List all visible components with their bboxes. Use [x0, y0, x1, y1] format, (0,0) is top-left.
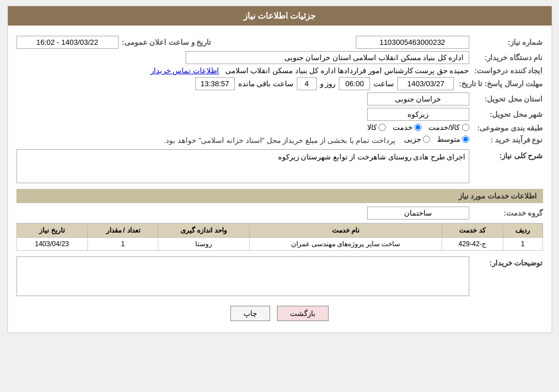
sharhKolli-box: اجرای طرح هادی روستای شاهرخت از توابع شه… — [16, 149, 469, 183]
sharhKolli-value: اجرای طرح هادی روستای شاهرخت از توابع شه… — [278, 153, 466, 161]
groupKhadamat-label: گروه خدمت: — [469, 209, 543, 217]
sharhKolli-label: شرح کلی نیاز: — [469, 149, 543, 160]
radio-motavaset: متوسط — [437, 135, 469, 144]
radio-kala-label: کالا — [367, 123, 377, 132]
row-ijadKonande: ایجاد کننده درخواست: حمیده حق پرست کارشن… — [16, 66, 543, 75]
cell-vahed: روستا — [158, 238, 249, 251]
row-groupKhadamat: گروه خدمت: ساختمان — [16, 206, 543, 220]
ostan-value: خراسان جنوبی — [16, 92, 469, 106]
ijadKonande-value: حمیده حق پرست کارشناس امور قراردادها ادا… — [16, 66, 469, 75]
services-header-row: ردیف کد خدمت نام خدمت واحد اندازه گیری ت… — [16, 224, 543, 238]
tabaghebandi-value: کالا/خدمت خدمت کالا — [16, 123, 469, 133]
ijadKonande-text: حمیده حق پرست کارشناس امور قراردادها ادا… — [225, 66, 469, 75]
row-shahr: شهر محل تحویل: زیرکوه — [16, 108, 543, 121]
ostan-box: خراسان جنوبی — [367, 92, 469, 106]
cell-nam: ساخت سایر پروژه‌های مهندسی عمران — [249, 238, 442, 251]
row-namDastgah: نام دستگاه خریدار: اداره کل بنیاد مسکن ا… — [16, 51, 543, 64]
cell-tarikh: 1403/04/23 — [16, 238, 87, 251]
namDastgah-label: نام دستگاه خریدار: — [469, 53, 543, 62]
radio-khadamat-input[interactable] — [414, 124, 422, 131]
namDastgah-box: اداره کل بنیاد مسکن انقلاب اسلامی استان … — [186, 51, 469, 64]
radio-kala-input[interactable] — [379, 124, 386, 131]
tawsif-textarea[interactable] — [16, 256, 469, 296]
radio-kala: کالا — [367, 123, 386, 132]
button-row: بازگشت چاپ — [16, 306, 543, 321]
radio-jozei-label: جزیی — [404, 135, 421, 144]
tabaghebandi-label: طبقه بندی موضوعی: — [469, 124, 543, 132]
radio-jozei: جزیی — [404, 135, 430, 144]
tabaghebandi-group: کالا/خدمت خدمت کالا — [367, 123, 469, 132]
mohlat-label: مهلت ارسال پاسخ: تا تاریخ: — [454, 79, 543, 88]
radio-jozei-input[interactable] — [423, 136, 430, 143]
services-table-body: 1ج-42-429ساخت سایر پروژه‌های مهندسی عمرا… — [16, 238, 543, 251]
row-shomareNiaz: شماره نیاز: 1103005463000232 تاریخ و ساع… — [16, 36, 543, 49]
radio-motavaset-label: متوسط — [437, 135, 460, 144]
tarikh-value: 1403/03/22 - 16:02 — [16, 36, 119, 49]
row-sharhKolli: شرح کلی نیاز: اجرای طرح هادی روستای شاهر… — [16, 149, 543, 183]
col-radif: ردیف — [503, 224, 543, 238]
mohlat-baqi: 13:38:57 — [195, 77, 235, 90]
ijadKonande-label: ایجاد کننده درخواست: — [469, 66, 543, 75]
groupKhadamat-value: ساختمان — [16, 206, 469, 220]
mohlat-saat: 06:00 — [339, 77, 370, 90]
mohlat-values: 1403/03/27 ساعت 06:00 روز و 4 ساعت باقی … — [16, 77, 455, 90]
radio-motavaset-input[interactable] — [462, 136, 469, 143]
sharhKolli-container: اجرای طرح هادی روستای شاهرخت از توابع شه… — [16, 149, 469, 183]
groupKhadamat-box: ساختمان — [367, 206, 469, 220]
page-header: جزئیات اطلاعات نیاز — [8, 6, 552, 26]
noeFarayand-group: متوسط جزیی — [404, 135, 469, 144]
row-tabaghebandi: طبقه بندی موضوعی: کالا/خدمت خدمت کالا — [16, 123, 543, 133]
services-table-head: ردیف کد خدمت نام خدمت واحد اندازه گیری ت… — [16, 224, 543, 238]
cell-tedad: 1 — [87, 238, 158, 251]
mohlat-saat-label: ساعت — [373, 79, 394, 88]
radio-kala-khadamat: کالا/خدمت — [428, 123, 469, 132]
mohlat-date: 1403/03/27 — [397, 77, 454, 90]
noeFarayand-label: نوع فرآیند خرید : — [469, 136, 543, 144]
mohlat-roz-label: روز و — [320, 79, 336, 88]
page-title: جزئیات اطلاعات نیاز — [243, 11, 316, 20]
tarikh-label: تاریخ و ساعت اعلان عمومی: — [122, 38, 212, 47]
ijadKonande-link[interactable]: اطلاعات تماس خریدار — [150, 66, 219, 75]
row-noeFarayand: نوع فرآیند خرید : متوسط جزیی پرداخت تمام… — [16, 135, 543, 145]
ostan-label: استان محل تحویل: — [469, 95, 543, 103]
cell-kod: ج-42-429 — [442, 238, 503, 251]
radio-kala-khadamat-label: کالا/خدمت — [428, 123, 460, 132]
radio-kala-khadamat-input[interactable] — [462, 124, 469, 131]
services-table: ردیف کد خدمت نام خدمت واحد اندازه گیری ت… — [16, 223, 543, 251]
shomareNiaz-label: شماره نیاز: — [469, 38, 543, 47]
col-tarikh: تاریخ نیاز — [16, 224, 87, 238]
back-button[interactable]: بازگشت — [277, 306, 329, 321]
shahr-value: زیرکوه — [16, 108, 469, 121]
tawsif-container — [16, 256, 469, 298]
noeFarayand-note: پرداخت تمام یا بخشی از مبلغ خریداز محل "… — [164, 136, 396, 145]
col-vahed: واحد اندازه گیری — [158, 224, 249, 238]
radio-khadamat-label: خدمت — [393, 123, 413, 132]
shahr-label: شهر محل تحویل: — [469, 110, 543, 119]
row-mohlat: مهلت ارسال پاسخ: تا تاریخ: 1403/03/27 سا… — [16, 77, 543, 90]
noeFarayand-value: متوسط جزیی پرداخت تمام یا بخشی از مبلغ خ… — [16, 135, 469, 145]
services-section-title: اطلاعات خدمات مورد نیاز — [16, 189, 543, 203]
radio-khadamat: خدمت — [393, 123, 422, 132]
deadline-row: 1403/03/27 ساعت 06:00 روز و 4 ساعت باقی … — [16, 77, 455, 90]
main-content: شماره نیاز: 1103005463000232 تاریخ و ساع… — [8, 26, 552, 332]
row-tawsif: توضیحات خریدار: — [16, 256, 543, 298]
shomareNiaz-value: 1103005463000232 — [228, 36, 469, 49]
page-container: جزئیات اطلاعات نیاز شماره نیاز: 11030054… — [7, 6, 552, 333]
col-nam: نام خدمت — [249, 224, 442, 238]
print-button[interactable]: چاپ — [230, 306, 270, 321]
namDastgah-value: اداره کل بنیاد مسکن انقلاب اسلامی استان … — [16, 51, 469, 64]
mohlat-baqi-label: ساعت باقی مانده — [238, 79, 293, 88]
shahr-box: زیرکوه — [367, 108, 469, 121]
tawsif-label: توضیحات خریدار: — [469, 256, 543, 267]
shomareNiaz-box: 1103005463000232 — [356, 36, 469, 49]
tarikh-box: 1403/03/22 - 16:02 — [16, 36, 119, 49]
row-ostan: استان محل تحویل: خراسان جنوبی — [16, 92, 543, 106]
mohlat-roz: 4 — [297, 77, 317, 90]
cell-radif: 1 — [503, 238, 543, 251]
col-tedad: تعداد / مقدار — [87, 224, 158, 238]
col-kod: کد خدمت — [442, 224, 503, 238]
table-row: 1ج-42-429ساخت سایر پروژه‌های مهندسی عمرا… — [16, 238, 543, 251]
